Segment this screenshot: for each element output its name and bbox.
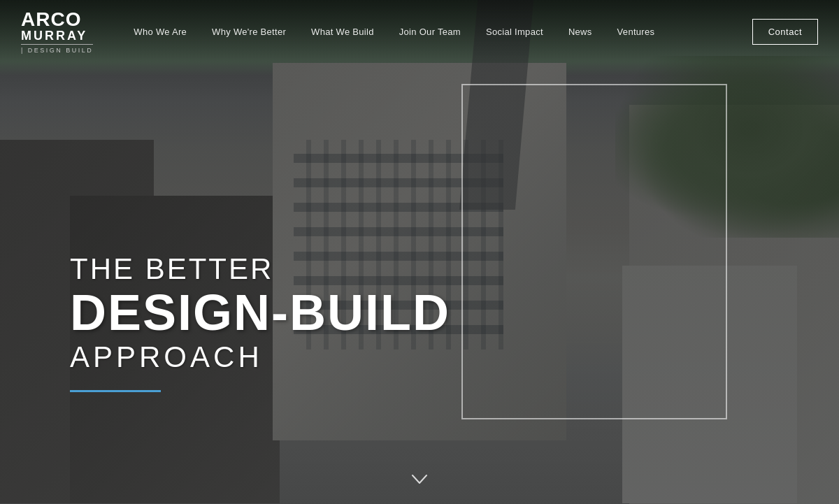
hero-line1: THE BETTER [70,252,450,287]
hero-section: ARCO MURRAY | DESIGN BUILD Who We Are Wh… [0,0,839,504]
logo-arco: ARCO [21,10,93,29]
scroll-indicator[interactable] [412,470,427,489]
nav-link-join-our-team[interactable]: Join Our Team [387,27,473,37]
hero-content: THE BETTER DESIGN-BUILD APPROACH [70,252,450,392]
nav-link-who-we-are[interactable]: Who We Are [121,27,199,37]
nav-link-ventures[interactable]: Ventures [605,27,668,37]
hero-accent-line [70,390,161,392]
logo[interactable]: ARCO MURRAY | DESIGN BUILD [21,10,93,54]
contact-button[interactable]: Contact [752,19,818,45]
hero-line3: APPROACH [70,340,450,375]
nav-link-what-we-build[interactable]: What We Build [299,27,387,37]
logo-design-build: | DESIGN BUILD [21,44,93,54]
nav-link-social-impact[interactable]: Social Impact [473,27,556,37]
hero-line2: DESIGN-BUILD [70,287,450,340]
deco-rectangle [461,84,727,419]
nav-link-news[interactable]: News [556,27,605,37]
navbar: ARCO MURRAY | DESIGN BUILD Who We Are Wh… [0,0,839,63]
nav-links: Who We Are Why We're Better What We Buil… [121,27,752,37]
logo-murray: MURRAY [21,29,93,42]
nav-link-why-were-better[interactable]: Why We're Better [199,27,299,37]
